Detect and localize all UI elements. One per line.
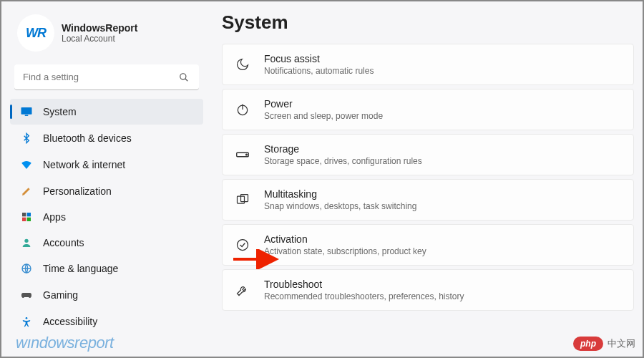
nav-item-time[interactable]: Time & language — [10, 256, 203, 281]
search-wrap — [14, 64, 199, 90]
drive-icon — [234, 147, 251, 163]
nav-item-network[interactable]: Network & internet — [10, 152, 203, 178]
nav-label: Network & internet — [43, 159, 125, 170]
globe-clock-icon — [20, 263, 33, 274]
monitor-icon — [20, 105, 33, 118]
nav-list: System Bluetooth & devices Network & int… — [10, 99, 203, 334]
multitask-icon — [234, 193, 251, 207]
card-sub: Notifications, automatic rules — [264, 66, 374, 76]
card-storage[interactable]: Storage Storage space, drives, configura… — [222, 134, 634, 175]
nav-label: Gaming — [43, 289, 78, 301]
card-troubleshoot[interactable]: Troubleshoot Recommended troubleshooters… — [222, 269, 634, 311]
card-sub: Screen and sleep, power mode — [264, 111, 383, 121]
nav-item-accessibility[interactable]: Accessibility — [10, 309, 203, 334]
card-power[interactable]: Power Screen and sleep, power mode — [222, 89, 634, 130]
user-profile[interactable]: WR WindowsReport Local Account — [10, 9, 203, 62]
page-title: System — [222, 11, 634, 34]
card-sub: Storage space, drives, configuration rul… — [264, 156, 422, 166]
sidebar: WR WindowsReport Local Account System Bl… — [1, 1, 209, 357]
nav-label: Accessibility — [43, 316, 97, 327]
svg-rect-6 — [22, 218, 26, 221]
accessibility-icon — [20, 316, 33, 327]
apps-icon — [20, 211, 33, 223]
svg-point-14 — [246, 154, 248, 155]
svg-rect-5 — [27, 213, 31, 216]
paintbrush-icon — [20, 185, 33, 197]
nav-item-apps[interactable]: Apps — [10, 205, 203, 229]
nav-label: System — [43, 106, 77, 117]
card-title: Troubleshoot — [264, 279, 464, 290]
settings-list: Focus assist Notifications, automatic ru… — [222, 44, 634, 311]
card-title: Storage — [264, 143, 422, 155]
wrench-icon — [234, 283, 251, 297]
card-title: Power — [264, 98, 383, 110]
checkmark-circle-icon — [234, 238, 251, 252]
card-sub: Recommended troubleshooters, preferences… — [264, 291, 464, 301]
user-name: WindowsReport — [62, 22, 137, 34]
nav-label: Personalization — [43, 185, 112, 197]
nav-item-personalization[interactable]: Personalization — [10, 179, 203, 203]
nav-label: Time & language — [43, 263, 118, 274]
nav-label: Bluetooth & devices — [43, 132, 132, 144]
svg-rect-7 — [27, 218, 31, 221]
nav-item-bluetooth[interactable]: Bluetooth & devices — [10, 126, 203, 150]
svg-point-8 — [24, 239, 28, 243]
svg-rect-3 — [25, 115, 29, 117]
main-panel: System Focus assist Notifications, autom… — [209, 1, 643, 357]
nav-label: Apps — [43, 211, 66, 223]
search-input[interactable] — [14, 64, 199, 90]
card-title: Focus assist — [264, 53, 374, 64]
gamepad-icon — [20, 289, 33, 301]
power-icon — [234, 102, 251, 117]
nav-label: Accounts — [43, 237, 84, 248]
person-icon — [20, 237, 33, 248]
card-title: Activation — [264, 233, 426, 245]
nav-item-gaming[interactable]: Gaming — [10, 282, 203, 308]
card-title: Multitasking — [264, 188, 416, 200]
card-activation[interactable]: Activation Activation state, subscriptio… — [222, 224, 634, 266]
svg-point-10 — [26, 317, 28, 319]
bluetooth-icon — [20, 132, 33, 144]
wifi-icon — [20, 158, 33, 171]
user-sub: Local Account — [62, 34, 137, 44]
svg-rect-2 — [21, 107, 32, 115]
svg-rect-4 — [22, 213, 26, 216]
nav-item-system[interactable]: System — [10, 99, 203, 125]
nav-item-accounts[interactable]: Accounts — [10, 231, 203, 255]
avatar: WR — [17, 14, 54, 52]
card-sub: Activation state, subscriptions, product… — [264, 246, 426, 256]
svg-point-17 — [238, 240, 248, 251]
card-focus-assist[interactable]: Focus assist Notifications, automatic ru… — [222, 44, 634, 85]
card-multitasking[interactable]: Multitasking Snap windows, desktops, tas… — [222, 179, 634, 221]
card-sub: Snap windows, desktops, task switching — [264, 201, 416, 211]
moon-icon — [234, 57, 251, 72]
